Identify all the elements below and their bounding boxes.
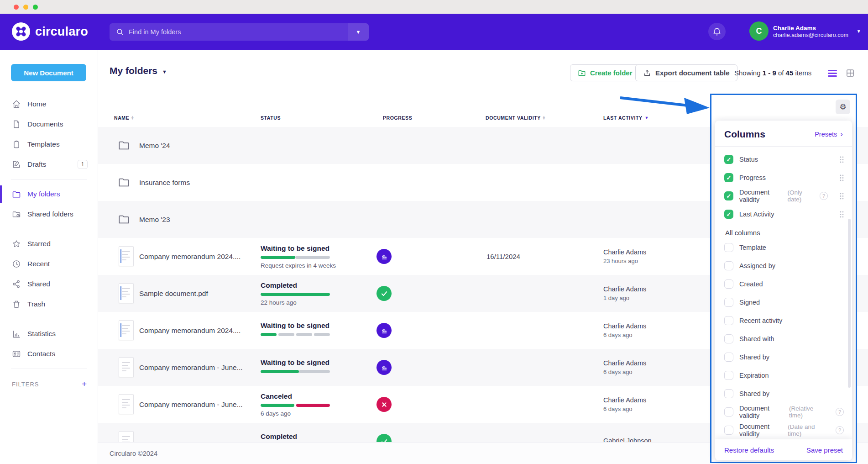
- window-close-button[interactable]: [14, 5, 19, 10]
- export-icon: [643, 69, 651, 77]
- notifications-button[interactable]: [708, 23, 726, 40]
- column-toggle-recent-activity: Recent activity: [724, 311, 844, 330]
- column-header-status[interactable]: STATUS: [261, 115, 281, 121]
- grid-view-icon: [846, 69, 855, 78]
- column-toggle-assigned-by: Assigned by: [724, 257, 844, 275]
- checkbox-checked[interactable]: ✓: [724, 210, 733, 219]
- sidebar-item-shared[interactable]: Shared: [0, 274, 98, 294]
- caret-down-icon: ▼: [356, 29, 361, 35]
- table-settings-button[interactable]: ⚙: [836, 100, 850, 114]
- showing-count: Showing 1 - 9 of 45 items: [734, 69, 811, 77]
- user-email: charlie.adams@circularo.com: [773, 32, 848, 38]
- checkbox-checked[interactable]: ✓: [724, 155, 733, 164]
- column-header-progress[interactable]: PROGRESS: [383, 115, 412, 121]
- sidebar-item-recent[interactable]: Recent: [0, 254, 98, 274]
- column-toggle-expiration: Expiration: [724, 366, 844, 385]
- checkbox-unchecked[interactable]: [724, 243, 733, 252]
- presets-link[interactable]: Presets ›: [815, 130, 843, 139]
- sort-icon: ▴▾: [543, 116, 545, 120]
- sidebar-item-trash[interactable]: Trash: [0, 294, 98, 314]
- checkbox-unchecked[interactable]: [724, 298, 733, 307]
- app-header: circularo ▼ C Charlie Adams charlie.adam…: [0, 14, 868, 50]
- document-thumbnail: [119, 357, 134, 377]
- drag-handle-icon[interactable]: [840, 193, 844, 200]
- brand-logo[interactable]: circularo: [11, 22, 88, 41]
- folder-name: Memo '23: [139, 201, 386, 238]
- column-header-name[interactable]: NAME ▴▾: [114, 115, 134, 121]
- export-table-button[interactable]: Export document table: [635, 64, 737, 81]
- sidebar-item-statistics[interactable]: Statistics: [0, 324, 98, 344]
- search-input[interactable]: [129, 28, 348, 36]
- help-icon[interactable]: ?: [836, 426, 844, 434]
- page-title-dropdown[interactable]: My folders ▼: [110, 65, 167, 76]
- column-toggle-document-validity-relative-time: Document validity (Relative time) ?: [724, 403, 844, 421]
- help-icon[interactable]: ?: [836, 408, 844, 416]
- checkbox-unchecked[interactable]: [724, 334, 733, 343]
- sidebar-item-templates[interactable]: Templates: [0, 134, 98, 154]
- panel-scrollbar[interactable]: [848, 219, 851, 388]
- column-header-document-validity[interactable]: DOCUMENT VALIDITY ▴▾: [486, 115, 545, 121]
- search-icon: [116, 28, 124, 36]
- filters-label: FILTERS: [12, 381, 82, 388]
- column-toggle-document-validity-date-and-time: Document validity (Date and time) ?: [724, 421, 844, 439]
- sidebar-item-documents[interactable]: Documents: [0, 114, 98, 134]
- last-activity-cell: Charlie Adams 1 day ago: [603, 275, 646, 312]
- divider: [11, 319, 87, 319]
- checkbox-unchecked[interactable]: [724, 316, 733, 325]
- drag-handle-icon[interactable]: [840, 211, 844, 218]
- add-filter-button[interactable]: +: [82, 379, 87, 389]
- column-header-last-activity[interactable]: LAST ACTIVITY ▼: [603, 115, 649, 121]
- checkbox-unchecked[interactable]: [724, 407, 733, 417]
- drafts-count-badge: 1: [78, 160, 88, 169]
- new-document-button[interactable]: New Document: [11, 64, 86, 81]
- checkbox-unchecked[interactable]: [724, 261, 733, 270]
- checkbox-unchecked[interactable]: [724, 371, 733, 380]
- search-bar[interactable]: ▼: [110, 23, 369, 41]
- sidebar-item-drafts[interactable]: Drafts 1: [0, 154, 98, 174]
- validity-date: [486, 386, 569, 423]
- sidebar-item-contacts[interactable]: Contacts: [0, 344, 98, 364]
- trash-icon: [12, 300, 27, 309]
- column-toggle-document-validity-only-date: ✓ Document validity (Only date) ?: [724, 187, 844, 205]
- sidebar-item-my-folders[interactable]: My folders: [0, 184, 98, 204]
- checked-columns-list: ✓ Status ✓ Progress ✓ Document validity …: [715, 147, 852, 439]
- checkbox-unchecked[interactable]: [724, 279, 733, 289]
- drag-handle-icon[interactable]: [840, 156, 844, 163]
- sidebar-item-starred[interactable]: Starred: [0, 234, 98, 254]
- sort-descending-icon: ▼: [645, 116, 649, 120]
- checkbox-unchecked[interactable]: [724, 353, 733, 362]
- column-toggle-template: Template: [724, 238, 844, 257]
- validity-date: [486, 312, 569, 349]
- clock-icon: [12, 259, 27, 269]
- validity-date: [486, 275, 569, 312]
- checkbox-checked[interactable]: ✓: [724, 191, 733, 200]
- grid-view-button[interactable]: [846, 69, 855, 79]
- sidebar-item-shared-folders[interactable]: Shared folders: [0, 204, 98, 224]
- list-view-button[interactable]: [827, 69, 837, 79]
- divider: [11, 369, 87, 369]
- column-toggle-created: Created: [724, 275, 844, 293]
- sort-icon: ▴▾: [131, 116, 134, 120]
- caret-down-icon: ▼: [162, 69, 167, 74]
- drag-handle-icon[interactable]: [840, 174, 844, 181]
- progress-bar: [261, 404, 330, 407]
- search-scope-dropdown[interactable]: ▼: [348, 23, 369, 41]
- gear-icon: ⚙: [839, 102, 846, 112]
- last-activity-cell: Charlie Adams 23 hours ago: [603, 238, 646, 275]
- restore-defaults-link[interactable]: Restore defaults: [724, 446, 774, 454]
- columns-settings-panel: ⚙ Columns Presets › ✓ Status ✓ Progress: [710, 94, 857, 463]
- document-icon: [12, 120, 27, 129]
- window-zoom-button[interactable]: [33, 5, 38, 10]
- window-minimize-button[interactable]: [23, 5, 28, 10]
- checkbox-checked[interactable]: ✓: [724, 173, 733, 182]
- user-menu[interactable]: C Charlie Adams charlie.adams@circularo.…: [749, 21, 861, 41]
- status-cell: Waiting to be signed: [261, 312, 352, 349]
- checkbox-unchecked[interactable]: [724, 426, 733, 435]
- checkbox-unchecked[interactable]: [724, 389, 733, 398]
- sidebar-item-home[interactable]: Home: [0, 94, 98, 114]
- status-cell: Canceled 6 days ago: [261, 386, 352, 423]
- create-folder-button[interactable]: Create folder: [570, 64, 640, 81]
- user-name: Charlie Adams: [773, 24, 848, 32]
- help-icon[interactable]: ?: [820, 192, 828, 200]
- save-preset-link[interactable]: Save preset: [806, 446, 843, 454]
